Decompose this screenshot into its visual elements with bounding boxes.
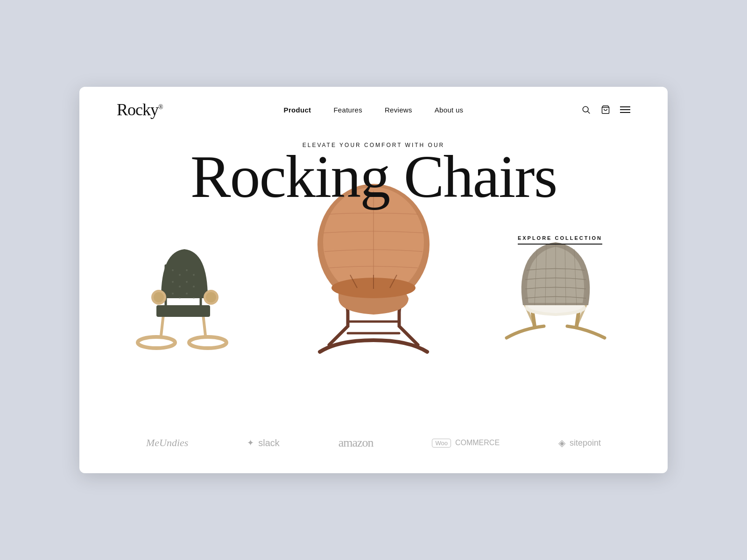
nav-reviews[interactable]: Reviews xyxy=(385,106,412,114)
woocommerce-label: COMMERCE xyxy=(455,439,500,447)
hero-section: ELEVATE YOUR COMFORT WITH OUR Rocking Ch… xyxy=(79,133,668,422)
slack-label: slack xyxy=(258,438,280,448)
nav-icon-group xyxy=(581,105,630,115)
chair-right xyxy=(500,233,612,351)
svg-line-1 xyxy=(588,112,590,114)
svg-point-17 xyxy=(172,281,174,283)
slack-icon: ✦ xyxy=(247,438,254,448)
cart-icon[interactable] xyxy=(600,105,611,115)
amazon-label: amazon xyxy=(338,436,374,450)
brand-amazon: amazon xyxy=(338,436,374,450)
svg-point-7 xyxy=(189,337,226,348)
nav-links: Product Features Reviews About us xyxy=(284,106,464,114)
brand-meundies: MeUndies xyxy=(146,437,188,449)
nav-product[interactable]: Product xyxy=(284,106,311,114)
woo-box: Woo xyxy=(432,439,451,448)
brands-section: MeUndies ✦ slack amazon Woo COMMERCE ◈ s… xyxy=(79,422,668,473)
brand-sitepoint: ◈ sitepoint xyxy=(558,437,601,448)
svg-point-15 xyxy=(186,269,188,271)
hero-title: Rocking Chairs xyxy=(117,146,630,207)
menu-icon[interactable] xyxy=(620,105,630,115)
browser-window: Rocky® Product Features Reviews About us xyxy=(79,87,668,473)
svg-point-14 xyxy=(179,274,181,276)
brand-trademark: ® xyxy=(158,104,163,111)
svg-line-8 xyxy=(161,315,163,336)
svg-point-20 xyxy=(193,286,195,287)
svg-point-28 xyxy=(206,292,216,302)
sitepoint-icon: ◈ xyxy=(558,437,565,448)
brand-logo[interactable]: Rocky® xyxy=(117,100,163,119)
svg-point-23 xyxy=(186,293,188,294)
explore-label: EXPLORE COLLECTION xyxy=(518,235,602,241)
search-icon[interactable] xyxy=(581,105,591,115)
navbar: Rocky® Product Features Reviews About us xyxy=(79,87,668,133)
brand-woocommerce: Woo COMMERCE xyxy=(432,439,500,448)
nav-features[interactable]: Features xyxy=(333,106,362,114)
chair-left xyxy=(135,233,233,356)
svg-point-6 xyxy=(138,337,175,348)
svg-point-22 xyxy=(179,297,181,299)
svg-point-21 xyxy=(172,293,174,294)
nav-about[interactable]: About us xyxy=(435,106,464,114)
brand-name: Rocky xyxy=(117,100,158,119)
svg-point-0 xyxy=(583,106,588,112)
explore-collection-button[interactable]: EXPLORE COLLECTION xyxy=(518,235,602,245)
sitepoint-label: sitepoint xyxy=(570,438,601,448)
svg-point-19 xyxy=(186,281,188,283)
svg-line-9 xyxy=(203,315,205,336)
svg-point-24 xyxy=(193,297,195,299)
brand-slack: ✦ slack xyxy=(247,438,280,448)
svg-point-16 xyxy=(193,274,195,276)
explore-underline xyxy=(518,244,602,245)
svg-point-13 xyxy=(172,269,174,271)
svg-point-18 xyxy=(179,286,181,287)
meundies-label: MeUndies xyxy=(146,437,188,449)
svg-point-26 xyxy=(154,292,164,302)
svg-rect-10 xyxy=(156,305,210,317)
